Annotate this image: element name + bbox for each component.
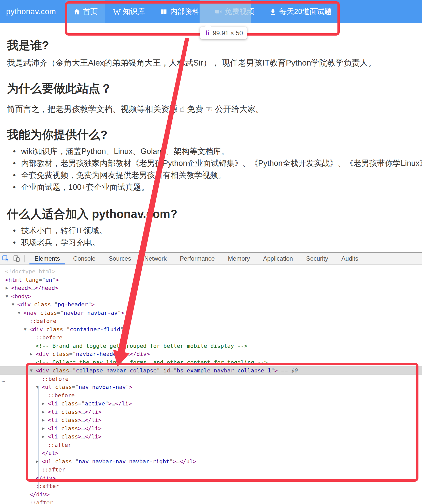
tree-row[interactable]: ▼<ul class="nav navbar-nav"> (0, 383, 422, 391)
nav-item-3[interactable]: 内部资料 (153, 0, 207, 23)
pen-icon (269, 8, 277, 15)
tree-row[interactable]: ▶<ul class="nav navbar-nav navbar-right"… (0, 457, 422, 466)
collapsed-arrow-icon[interactable]: ▶ (30, 350, 33, 358)
tree-row[interactable]: <html lang="en"> (0, 276, 422, 284)
tree-row[interactable]: ::after (0, 482, 422, 490)
expanded-arrow-icon[interactable]: ▼ (6, 292, 8, 301)
book-icon (160, 8, 167, 15)
tree-row[interactable]: ▶<li class>…</li> (0, 424, 422, 433)
device-toolbar-icon (13, 255, 21, 262)
brand-logo[interactable]: pythonav.com (6, 0, 56, 23)
tree-row[interactable]: ▶<head>…</head> (0, 284, 422, 292)
tooltip-tag-name: li (206, 29, 209, 37)
section-heading: 我能为你提供什么? (7, 127, 107, 143)
inspect-element-button[interactable] (0, 253, 11, 264)
tree-row[interactable]: ::before (0, 317, 422, 325)
list-item: 全套免费视频，免费为网友提供老男孩所有相关教学视频。 (7, 169, 422, 181)
tree-row[interactable]: </div> (0, 490, 422, 499)
tree-row[interactable]: ▶<div class="navbar-header">…</div> (0, 350, 422, 358)
nav-item-label: 每天20道面试题 (279, 7, 332, 17)
collapsed-arrow-icon[interactable]: ▶ (42, 416, 45, 424)
devtools-inspect-highlight (200, 0, 251, 23)
collapsed-arrow-icon[interactable]: ▶ (6, 284, 8, 292)
tree-row[interactable]: ::after (0, 465, 422, 474)
tree-row[interactable]: ::after (0, 498, 422, 504)
expanded-arrow-icon[interactable]: ▼ (18, 309, 20, 317)
list-item: 职场老兵，学习充电。 (7, 237, 107, 248)
nav-item-5[interactable]: 每天20道面试题 (262, 0, 339, 23)
device-toolbar-button[interactable] (11, 253, 22, 264)
devtools-tabs: ElementsConsoleSourcesNetworkPerformance… (28, 253, 365, 264)
devtools-dimension-tooltip: li 99.91 × 50 (200, 27, 247, 39)
list-item: wiki知识库，涵盖Python、Linux、Golang、架构等文档库。 (7, 145, 422, 157)
section-bullet-list: wiki知识库，涵盖Python、Linux、Golang、架构等文档库。内部教… (7, 145, 422, 193)
section-heading: 我是谁? (7, 38, 49, 53)
section-paragraph: 我是武沛齐（金角大王Alex的弟弟银角大王，人称武Sir）， 现任老男孩IT教育… (7, 57, 376, 69)
tree-row[interactable]: ::before (0, 375, 422, 383)
nav-item-label: 内部资料 (170, 7, 200, 17)
tree-row[interactable]: ▼<div class="pg-header"> (0, 300, 422, 309)
toolbar-divider (24, 255, 25, 262)
tree-row[interactable]: ::before (0, 333, 422, 342)
devtools-toolbar: ElementsConsoleSourcesNetworkPerformance… (0, 253, 422, 265)
inspect-cursor-icon (2, 255, 9, 262)
tree-row[interactable]: ::after (0, 441, 422, 449)
section-heading: 为什么要做此站点？ (7, 81, 112, 97)
collapsed-arrow-icon[interactable]: ▶ (36, 457, 39, 466)
tree-row[interactable]: <!-- Collect the nav links, forms, and o… (0, 358, 422, 367)
tree-row[interactable]: ▶<li class>…</li> (0, 408, 422, 416)
collapsed-arrow-icon[interactable]: ▶ (42, 432, 45, 441)
tab-console[interactable]: Console (67, 253, 102, 264)
nav-item-label: 知识库 (123, 7, 145, 17)
section-heading: 什么人适合加入 pythonav.com? (7, 206, 177, 222)
tree-row[interactable]: ▶<li class>…</li> (0, 432, 422, 441)
elements-tree: ⋯ <!doctype html><html lang="en">▶<head>… (0, 265, 422, 504)
tree-row[interactable]: <!doctype html> (0, 267, 422, 276)
list-item: 内部教材，老男孩独家内部教材《老男孩Python企业面试锦集》、《Python全… (7, 157, 422, 169)
expanded-arrow-icon[interactable]: ▼ (24, 325, 26, 334)
expanded-arrow-icon[interactable]: ▼ (36, 383, 39, 391)
tab-security[interactable]: Security (300, 253, 335, 264)
list-item: 技术小白，转行IT领域。 (7, 225, 107, 237)
tab-elements[interactable]: Elements (28, 253, 67, 264)
collapsed-arrow-icon[interactable]: ▶ (42, 408, 45, 416)
page: 我是谁?我是武沛齐（金角大王Alex的弟弟银角大王，人称武Sir）， 现任老男孩… (0, 0, 422, 504)
expanded-arrow-icon[interactable]: ▼ (30, 366, 33, 375)
tab-sources[interactable]: Sources (102, 253, 138, 264)
wikipedia-w-icon: W (113, 8, 120, 15)
home-icon (73, 8, 80, 15)
tree-row[interactable]: ::before (0, 391, 422, 400)
tree-row[interactable]: ▶<li class>…</li> (0, 416, 422, 424)
tab-memory[interactable]: Memory (221, 253, 257, 264)
collapsed-arrow-icon[interactable]: ▶ (42, 424, 45, 433)
tree-row[interactable]: </div> (0, 474, 422, 482)
tab-application[interactable]: Application (256, 253, 299, 264)
tree-row-selected[interactable]: ▼<div class="collapse navbar-collapse" i… (0, 366, 422, 375)
expanded-arrow-icon[interactable]: ▼ (12, 300, 14, 309)
tooltip-dimensions: 99.91 × 50 (213, 29, 243, 37)
tab-performance[interactable]: Performance (173, 253, 221, 264)
nav-item-2[interactable]: W知识库 (105, 0, 153, 23)
collapsed-arrow-icon[interactable]: ▶ (42, 399, 45, 408)
section-bullet-list: 技术小白，转行IT领域。职场老兵，学习充电。 (7, 225, 107, 248)
nav-item-label: 首页 (83, 7, 98, 17)
tree-row[interactable]: </ul> (0, 449, 422, 457)
tree-row[interactable]: <!-- Brand and toggle get grouped for be… (0, 342, 422, 350)
devtools-panel: ElementsConsoleSourcesNetworkPerformance… (0, 252, 422, 504)
tree-row[interactable]: ▼<nav class="navbar navbar-av"> (0, 309, 422, 317)
tab-audits[interactable]: Audits (335, 253, 365, 264)
tree-row[interactable]: ▼<div class="container-fluid"> (0, 325, 422, 334)
tree-row[interactable]: ▶<li class="active">…</li> (0, 399, 422, 408)
list-item: 企业面试题，100+套企业面试真题。 (7, 181, 422, 193)
tab-network[interactable]: Network (138, 253, 173, 264)
tree-row[interactable]: ▼<body> (0, 292, 422, 301)
section-paragraph: 简而言之，把老男孩教学文档、视频等相关资源 ☝ 免费 ☜ 公开给大家。 (7, 104, 264, 115)
nav-item-1[interactable]: 首页 (66, 0, 105, 23)
row-overflow-menu-icon[interactable]: ⋯ (2, 378, 5, 385)
